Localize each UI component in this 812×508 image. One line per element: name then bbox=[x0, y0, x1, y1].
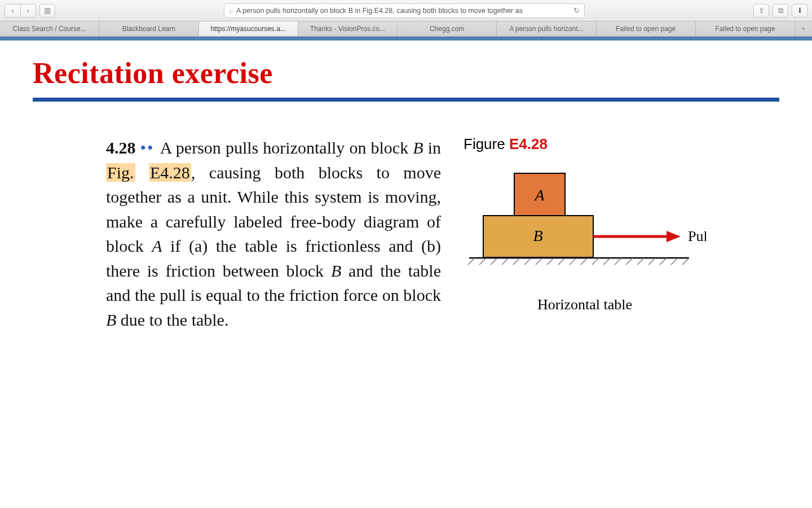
share-button[interactable]: ⇪ bbox=[753, 4, 769, 17]
var-A: A bbox=[152, 237, 162, 255]
reload-button[interactable]: ↻ bbox=[573, 6, 580, 15]
tab-6[interactable]: Failed to open page bbox=[597, 21, 696, 36]
tab-1[interactable]: Blackboard Learn bbox=[99, 21, 198, 36]
forward-button[interactable]: › bbox=[20, 4, 36, 17]
tab-2[interactable]: https://myasucourses.a... bbox=[199, 21, 298, 36]
back-button[interactable]: ‹ bbox=[5, 4, 20, 17]
address-text: A person pulls horizontally on block B i… bbox=[236, 7, 523, 15]
problem-text: 4.28 •• A person pulls horizontally on b… bbox=[106, 135, 441, 332]
var-B: B bbox=[413, 138, 423, 157]
var-B3: B bbox=[106, 310, 116, 329]
download-icon: ⬇ bbox=[797, 6, 803, 15]
block-B-label: B bbox=[533, 227, 542, 244]
svg-line-5 bbox=[513, 258, 520, 265]
sidebar-button[interactable]: ▥ bbox=[39, 4, 55, 17]
svg-line-2 bbox=[479, 258, 486, 265]
sidebar-icon: ▥ bbox=[44, 6, 51, 15]
svg-marker-24 bbox=[667, 231, 681, 242]
figure-label-word: Figure bbox=[464, 135, 505, 152]
svg-line-11 bbox=[581, 258, 588, 265]
address-bar-wrap: ⌕ A person pulls horizontally on block B… bbox=[59, 3, 750, 18]
figure-diagram: B A Pull bbox=[464, 162, 706, 286]
svg-line-20 bbox=[682, 258, 689, 265]
svg-line-3 bbox=[491, 258, 497, 265]
page-content: Recitation exercise 4.28 •• A person pul… bbox=[0, 41, 812, 508]
new-tab-button[interactable]: + bbox=[795, 21, 812, 36]
figure-label-number: E4.28 bbox=[509, 135, 548, 152]
figure-caption: Horizontal table bbox=[464, 296, 706, 313]
svg-line-9 bbox=[558, 258, 565, 265]
highlight-figno: E4.28 bbox=[149, 163, 191, 182]
chevron-left-icon: ‹ bbox=[11, 6, 14, 15]
svg-line-4 bbox=[502, 258, 509, 265]
svg-line-18 bbox=[660, 258, 667, 265]
figure-label: Figure E4.28 bbox=[464, 135, 706, 153]
show-tabs-button[interactable]: ⧉ bbox=[773, 4, 788, 17]
figure-column: Figure E4.28 bbox=[464, 135, 706, 332]
svg-line-13 bbox=[603, 258, 610, 265]
page-title: Recitation exercise bbox=[33, 56, 779, 90]
tabs-icon: ⧉ bbox=[778, 6, 783, 15]
var-B2: B bbox=[331, 261, 341, 280]
svg-line-10 bbox=[570, 258, 576, 265]
tab-3[interactable]: Thanks - VisionPros.co... bbox=[298, 21, 398, 36]
nav-back-forward: ‹ › bbox=[5, 4, 36, 17]
svg-line-1 bbox=[468, 258, 475, 265]
chevron-right-icon: › bbox=[27, 6, 29, 15]
share-icon: ⇪ bbox=[758, 6, 765, 15]
pull-label: Pull bbox=[688, 228, 706, 244]
highlight-fig: Fig. bbox=[106, 163, 135, 182]
block-A-label: A bbox=[533, 186, 545, 204]
svg-line-7 bbox=[536, 258, 542, 265]
problem-number: 4.28 bbox=[106, 138, 136, 157]
tab-4[interactable]: Chegg.com bbox=[398, 21, 497, 36]
difficulty-dots-icon: •• bbox=[140, 138, 160, 157]
svg-line-12 bbox=[592, 258, 599, 265]
tab-0[interactable]: Class Search / Course... bbox=[0, 21, 99, 36]
browser-toolbar: ‹ › ▥ ⌕ A person pulls horizontally on b… bbox=[0, 0, 812, 21]
search-icon: ⌕ bbox=[229, 7, 233, 15]
window-accent-bar bbox=[0, 37, 812, 41]
svg-line-8 bbox=[547, 258, 554, 265]
tab-7[interactable]: Failed to open page bbox=[696, 21, 795, 36]
svg-line-17 bbox=[648, 258, 655, 265]
tab-bar: Class Search / Course... Blackboard Lear… bbox=[0, 21, 812, 37]
problem-p6: due to the table. bbox=[116, 310, 228, 329]
downloads-button[interactable]: ⬇ bbox=[792, 4, 807, 17]
svg-line-19 bbox=[671, 258, 678, 265]
problem-p2: in bbox=[423, 138, 441, 157]
tab-5[interactable]: A person pulls horizont... bbox=[497, 21, 596, 36]
content-row: 4.28 •• A person pulls horizontally on b… bbox=[33, 135, 779, 332]
svg-line-15 bbox=[626, 258, 633, 265]
svg-line-14 bbox=[615, 258, 621, 265]
svg-line-6 bbox=[524, 258, 531, 265]
title-rule bbox=[33, 98, 779, 102]
toolbar-right-buttons: ⇪ ⧉ ⬇ bbox=[753, 4, 807, 17]
problem-p1: A person pulls horizontally on block bbox=[160, 138, 413, 157]
address-bar[interactable]: ⌕ A person pulls horizontally on block B… bbox=[224, 3, 585, 18]
svg-line-16 bbox=[637, 258, 644, 265]
